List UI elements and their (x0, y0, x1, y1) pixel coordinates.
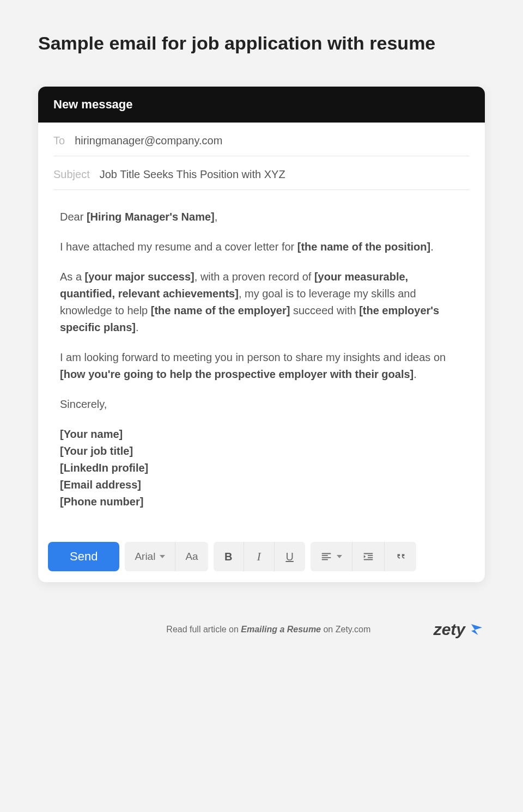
signature-title: [Your job title] (60, 443, 463, 460)
outdent-button[interactable] (352, 542, 385, 571)
signature-email: [Email address] (60, 477, 463, 493)
quote-button[interactable] (385, 542, 416, 571)
zety-logo: zety (434, 620, 485, 639)
signoff: Sincerely, (60, 396, 463, 413)
page-title: Sample email for job application with re… (38, 33, 485, 54)
style-group: B I U (214, 542, 305, 571)
compose-header: New message (38, 87, 485, 123)
compose-window: New message To hiringmanager@company.com… (38, 87, 485, 582)
chevron-down-icon (160, 555, 165, 558)
signature-phone: [Phone number] (60, 493, 463, 510)
subject-field-row: Subject Job Title Seeks This Position wi… (53, 156, 470, 190)
paragraph-2: As a [your major success], with a proven… (60, 268, 463, 336)
outdent-icon (362, 551, 374, 563)
compose-body[interactable]: Dear [Hiring Manager's Name], I have att… (38, 190, 485, 534)
zety-logo-icon (469, 621, 485, 638)
editor-toolbar: Send Arial Aa B I U (38, 534, 485, 582)
greeting: Dear [Hiring Manager's Name], (60, 209, 463, 225)
font-size-button[interactable]: Aa (175, 542, 208, 571)
font-group: Arial Aa (125, 542, 208, 571)
font-family-select[interactable]: Arial (125, 542, 175, 571)
paragraph-3: I am looking forward to meeting you in p… (60, 349, 463, 383)
footer-caption: Read full article on Emailing a Resume o… (104, 625, 434, 634)
send-button[interactable]: Send (48, 542, 119, 571)
italic-button[interactable]: I (244, 542, 275, 571)
to-value[interactable]: hiringmanager@company.com (75, 135, 222, 147)
align-left-icon (320, 551, 332, 563)
chevron-down-icon (337, 555, 342, 558)
footer: Read full article on Emailing a Resume o… (38, 620, 485, 639)
quote-icon (394, 551, 406, 563)
bold-button[interactable]: B (214, 542, 244, 571)
subject-label: Subject (53, 168, 90, 181)
align-button[interactable] (311, 542, 352, 571)
signature-name: [Your name] (60, 426, 463, 443)
subject-value[interactable]: Job Title Seeks This Position with XYZ (100, 168, 285, 181)
to-label: To (53, 135, 65, 147)
underline-button[interactable]: U (275, 542, 305, 571)
align-group (311, 542, 416, 571)
to-field-row: To hiringmanager@company.com (53, 123, 470, 156)
signature-linkedin: [LinkedIn profile] (60, 460, 463, 477)
paragraph-1: I have attached my resume and a cover le… (60, 239, 463, 255)
